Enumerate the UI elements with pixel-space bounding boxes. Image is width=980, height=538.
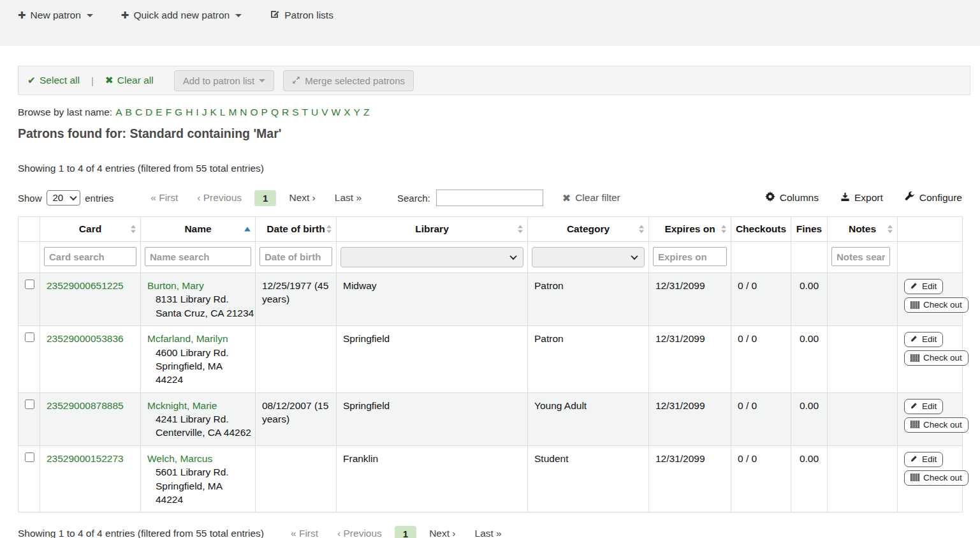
row-checkbox[interactable] [25,452,34,462]
browse-letter-link[interactable]: K [210,107,216,117]
check-out-button[interactable]: Check out [904,470,969,486]
browse-letter-link[interactable]: Z [363,107,369,117]
name-filter-input[interactable] [145,247,251,266]
new-patron-button[interactable]: ✚ New patron [18,10,93,21]
column-header-card[interactable]: Card [40,217,141,242]
card-number-link[interactable]: 23529000651225 [47,280,124,291]
row-checkbox[interactable] [25,400,34,409]
address-line: 44224 [147,373,249,386]
notes-filter-input[interactable] [831,247,890,266]
patron-name-link[interactable]: Mcknight, Marie [147,400,217,411]
browse-letter-link[interactable]: F [166,107,172,117]
current-page-button[interactable]: 1 [395,526,416,538]
current-page-button[interactable]: 1 [254,190,276,206]
export-button[interactable]: Export [840,192,883,204]
last-page-button[interactable]: Last » [469,525,508,538]
first-page-button[interactable]: « First [144,190,184,206]
category-filter-select[interactable] [532,247,645,267]
entries-per-page-select[interactable]: 20 [47,190,81,205]
table-row: 23529000053836 Mcfarland, Marilyn 4600 L… [18,326,963,393]
card-number-link[interactable]: 23529000152273 [47,453,124,464]
browse-letter-link[interactable]: I [196,107,198,117]
browse-letter-link[interactable]: E [156,107,162,117]
columns-button[interactable]: Columns [765,191,819,204]
card-filter-input[interactable] [44,247,136,266]
expires-filter-input[interactable] [653,247,727,266]
browse-letter-link[interactable]: B [126,107,132,117]
category-header-label: Category [567,223,610,234]
quick-add-patron-button[interactable]: ✚ Quick add new patron [121,10,242,21]
search-input[interactable] [436,190,543,206]
row-checkbox[interactable] [25,333,34,342]
configure-button[interactable]: Configure [905,191,962,204]
chevron-down-icon [631,253,638,260]
dob-cell: 08/12/2007 (15 years) [256,392,337,445]
library-filter-select[interactable] [340,247,523,267]
next-page-button[interactable]: Next › [282,190,321,206]
column-header-category[interactable]: Category [528,217,649,242]
browse-letter-link[interactable]: S [292,107,298,117]
edit-button[interactable]: Edit [904,399,943,414]
browse-letter-link[interactable]: D [145,107,152,117]
browse-letter-link[interactable]: P [261,107,268,117]
pencil-icon [911,454,918,464]
patron-name-link[interactable]: Welch, Marcus [147,453,212,464]
card-number-link[interactable]: 23529000878885 [47,400,124,411]
browse-letter-link[interactable]: V [321,107,328,117]
select-all-button[interactable]: ✔ Select all [27,75,80,86]
barcode-icon [911,354,919,362]
card-number-link[interactable]: 23529000053836 [47,333,124,344]
check-out-button[interactable]: Check out [904,417,969,433]
clear-all-button[interactable]: ✖ Clear all [105,75,154,86]
merge-selected-patrons-label: Merge selected patrons [305,75,405,86]
browse-letter-link[interactable]: O [251,107,258,117]
edit-button[interactable]: Edit [904,332,943,347]
browse-letter-link[interactable]: W [332,107,341,117]
browse-letter-link[interactable]: C [135,107,142,117]
column-header-dob[interactable]: Date of birth [256,217,337,242]
browse-letter-link[interactable]: A [115,107,122,117]
browse-letter-link[interactable]: J [202,107,207,117]
column-header-library[interactable]: Library [337,217,528,242]
browse-letter-link[interactable]: N [240,107,247,117]
top-toolbar-band: ✚ New patron ✚ Quick add new patron Patr… [0,0,980,46]
patron-lists-button[interactable]: Patron lists [270,9,333,22]
previous-page-button[interactable]: ‹ Previous [191,190,248,206]
entries-label: entries [85,193,113,204]
browse-letter-link[interactable]: U [311,107,318,117]
merge-icon [292,75,300,86]
browse-letter-link[interactable]: M [228,107,237,117]
browse-letter-link[interactable]: X [344,107,350,117]
check-out-button[interactable]: Check out [904,297,969,313]
browse-letter-link[interactable]: Q [271,107,279,117]
column-header-name[interactable]: Name [141,217,256,242]
edit-button[interactable]: Edit [904,452,943,467]
browse-letter-link[interactable]: Y [354,107,360,117]
pagination-bottom: « First ‹ Previous 1 Next › Last » [284,525,508,538]
patrons-table: Card Name Date of birth Library Category… [18,216,963,512]
next-page-button[interactable]: Next › [423,525,462,538]
edit-button[interactable]: Edit [904,279,943,294]
page-title: Patrons found for: Standard containing '… [18,126,962,141]
previous-page-button[interactable]: ‹ Previous [331,525,388,538]
browse-letter-link[interactable]: H [186,107,193,117]
merge-selected-patrons-button[interactable]: Merge selected patrons [283,70,414,91]
column-header-notes[interactable]: Notes [828,217,898,242]
last-page-button[interactable]: Last » [328,190,368,206]
check-out-button[interactable]: Check out [904,350,969,366]
browse-letter-link[interactable]: G [175,107,182,117]
patron-name-link[interactable]: Burton, Mary [147,280,204,291]
browse-letter-link[interactable]: T [302,107,308,117]
header-row: Card Name Date of birth Library Category… [18,217,963,242]
dob-filter-input[interactable] [260,247,332,266]
browse-letter-link[interactable]: L [220,107,226,117]
patron-name-link[interactable]: Mcfarland, Marilyn [147,333,228,344]
add-to-patron-list-button[interactable]: Add to patron list [174,70,275,91]
clear-filter-button[interactable]: ✖ Clear filter [562,192,620,204]
row-checkbox[interactable] [25,280,34,289]
browse-letter-link[interactable]: R [282,107,289,117]
add-to-patron-list-label: Add to patron list [183,75,255,86]
first-page-button[interactable]: « First [284,525,325,538]
column-header-expires[interactable]: Expires on [649,217,731,242]
check-out-label: Check out [923,300,962,310]
